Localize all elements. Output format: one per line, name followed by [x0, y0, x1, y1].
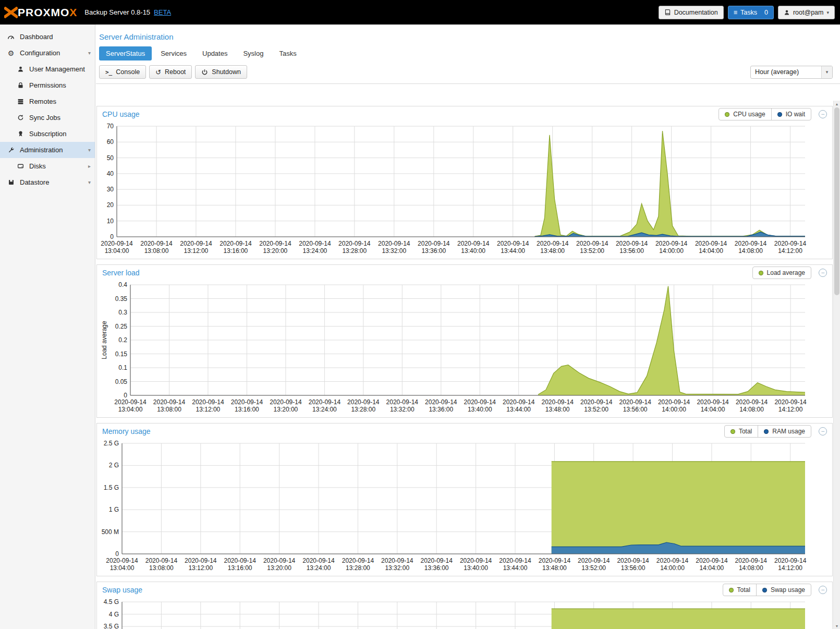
timeframe-select[interactable]: Hour (average) ▾	[750, 66, 833, 79]
svg-text:14:04:00: 14:04:00	[699, 247, 723, 255]
timeframe-value: Hour (average)	[755, 68, 799, 76]
svg-text:14:00:00: 14:00:00	[662, 406, 686, 413]
vertical-scrollbar[interactable]: ▲ ▼	[833, 101, 840, 629]
chevron-down-icon[interactable]: ▾	[821, 66, 832, 78]
sidebar-item-label: Disks	[29, 162, 46, 170]
tasks-count-badge: 0	[764, 9, 768, 16]
chevron-down-icon: ▾	[826, 10, 829, 15]
svg-text:2020-09-14: 2020-09-14	[153, 398, 186, 406]
svg-text:13:24:00: 13:24:00	[307, 564, 331, 572]
sidebar-item-subscription[interactable]: Subscription	[0, 126, 95, 142]
sidebar-item-disks[interactable]: Disks ▸	[0, 158, 95, 174]
svg-text:2020-09-14: 2020-09-14	[259, 240, 291, 247]
svg-text:2020-09-14: 2020-09-14	[616, 240, 648, 247]
tachometer-icon	[7, 33, 15, 41]
legend-label: Load average	[767, 269, 805, 276]
chevron-down-icon[interactable]: ▾	[88, 147, 91, 153]
svg-text:13:28:00: 13:28:00	[346, 564, 370, 572]
svg-text:2020-09-14: 2020-09-14	[497, 240, 529, 247]
tab-syslog[interactable]: Syslog	[236, 46, 270, 61]
sidebar-item-permissions[interactable]: Permissions	[0, 77, 95, 93]
chart-legend: Load average	[752, 267, 811, 279]
shutdown-button[interactable]: Shutdown	[195, 65, 247, 79]
user-icon	[784, 9, 790, 16]
documentation-button[interactable]: Documentation	[659, 6, 724, 19]
svg-text:70: 70	[107, 123, 114, 130]
svg-text:2 G: 2 G	[109, 462, 119, 469]
svg-text:2020-09-14: 2020-09-14	[224, 557, 257, 564]
svg-text:2020-09-14: 2020-09-14	[735, 240, 767, 247]
svg-text:2020-09-14: 2020-09-14	[619, 398, 652, 406]
scroll-up-icon[interactable]: ▲	[834, 101, 840, 107]
collapse-panel-icon[interactable]: −	[819, 586, 827, 594]
collapse-panel-icon[interactable]: −	[819, 269, 827, 277]
sidebar-item-datastore[interactable]: Datastore ▾	[0, 174, 95, 190]
proxmox-logo[interactable]: PROXMOX	[0, 6, 81, 19]
cpu-usage-chart: 2020-09-1413:04:002020-09-1413:08:002020…	[98, 122, 807, 257]
chart-legend: Total RAM usage	[724, 425, 811, 438]
svg-text:2020-09-14: 2020-09-14	[696, 557, 728, 564]
svg-text:13:12:00: 13:12:00	[184, 247, 209, 255]
svg-text:2020-09-14: 2020-09-14	[539, 557, 571, 564]
reboot-button[interactable]: ↺ Reboot	[149, 65, 192, 79]
svg-text:14:04:00: 14:04:00	[700, 564, 724, 572]
beta-link[interactable]: BETA	[154, 8, 171, 16]
svg-text:14:00:00: 14:00:00	[659, 247, 684, 255]
sidebar-item-remotes[interactable]: Remotes	[0, 93, 95, 110]
tasks-button[interactable]: ≡ Tasks 0	[728, 6, 774, 19]
chevron-down-icon[interactable]: ▾	[88, 179, 91, 185]
tab-services[interactable]: Services	[154, 46, 193, 61]
svg-text:13:44:00: 13:44:00	[503, 564, 528, 572]
tab-serverstatus[interactable]: ServerStatus	[99, 46, 152, 61]
svg-text:13:52:00: 13:52:00	[581, 564, 606, 572]
svg-text:13:16:00: 13:16:00	[224, 247, 248, 255]
scrollbar-thumb[interactable]	[834, 107, 839, 295]
collapse-panel-icon[interactable]: −	[819, 110, 827, 118]
sidebar-item-administration[interactable]: Administration ▾	[0, 142, 95, 158]
svg-text:2020-09-14: 2020-09-14	[338, 240, 371, 247]
collapse-panel-icon[interactable]: −	[819, 427, 827, 436]
sidebar-item-user-management[interactable]: User Management	[0, 61, 95, 77]
svg-text:13:36:00: 13:36:00	[424, 564, 449, 572]
svg-text:2020-09-14: 2020-09-14	[425, 398, 457, 406]
sync-icon	[16, 114, 25, 121]
svg-text:13:12:00: 13:12:00	[196, 406, 221, 413]
svg-text:2020-09-14: 2020-09-14	[617, 557, 649, 564]
tab-updates[interactable]: Updates	[196, 46, 234, 61]
legend-item-load-average[interactable]: Load average	[753, 267, 811, 279]
svg-text:2020-09-14: 2020-09-14	[695, 240, 727, 247]
svg-text:14:04:00: 14:04:00	[701, 406, 725, 413]
svg-text:2020-09-14: 2020-09-14	[106, 557, 138, 564]
panel-title: CPU usage	[102, 110, 140, 118]
chevron-down-icon[interactable]: ▾	[88, 50, 91, 56]
svg-text:0.1: 0.1	[118, 364, 127, 371]
sidebar-item-label: Configuration	[20, 49, 60, 57]
scroll-down-icon[interactable]: ▼	[834, 623, 840, 629]
panel-header: Memory usage Total RAM usage −	[97, 424, 832, 439]
legend-item-io-wait[interactable]: IO wait	[771, 108, 811, 120]
svg-text:13:28:00: 13:28:00	[351, 406, 375, 413]
chevron-right-icon[interactable]: ▸	[88, 163, 91, 169]
svg-text:13:44:00: 13:44:00	[501, 247, 525, 255]
svg-text:60: 60	[107, 138, 114, 146]
svg-text:2020-09-14: 2020-09-14	[736, 398, 768, 406]
svg-text:3.5 G: 3.5 G	[104, 623, 119, 629]
sidebar-item-configuration[interactable]: ⚙ Configuration ▾	[0, 45, 95, 61]
sidebar-item-dashboard[interactable]: Dashboard	[0, 29, 95, 45]
legend-item-total[interactable]: Total	[725, 426, 758, 437]
svg-text:2020-09-14: 2020-09-14	[774, 240, 807, 247]
svg-text:2020-09-14: 2020-09-14	[347, 398, 380, 406]
legend-item-total[interactable]: Total	[723, 584, 756, 596]
svg-text:14:08:00: 14:08:00	[739, 564, 763, 572]
svg-text:13:40:00: 13:40:00	[461, 247, 485, 255]
legend-item-cpu-usage[interactable]: CPU usage	[719, 108, 771, 120]
legend-item-swap-usage[interactable]: Swap usage	[756, 584, 811, 596]
tab-tasks[interactable]: Tasks	[272, 46, 303, 61]
svg-text:13:20:00: 13:20:00	[263, 247, 288, 255]
legend-item-ram-usage[interactable]: RAM usage	[758, 426, 811, 437]
svg-text:2020-09-14: 2020-09-14	[499, 557, 531, 564]
user-menu-button[interactable]: root@pam ▾	[778, 6, 835, 19]
svg-text:2020-09-14: 2020-09-14	[735, 557, 768, 564]
sidebar-item-sync-jobs[interactable]: Sync Jobs	[0, 110, 95, 126]
console-button[interactable]: >_ Console	[99, 65, 146, 79]
